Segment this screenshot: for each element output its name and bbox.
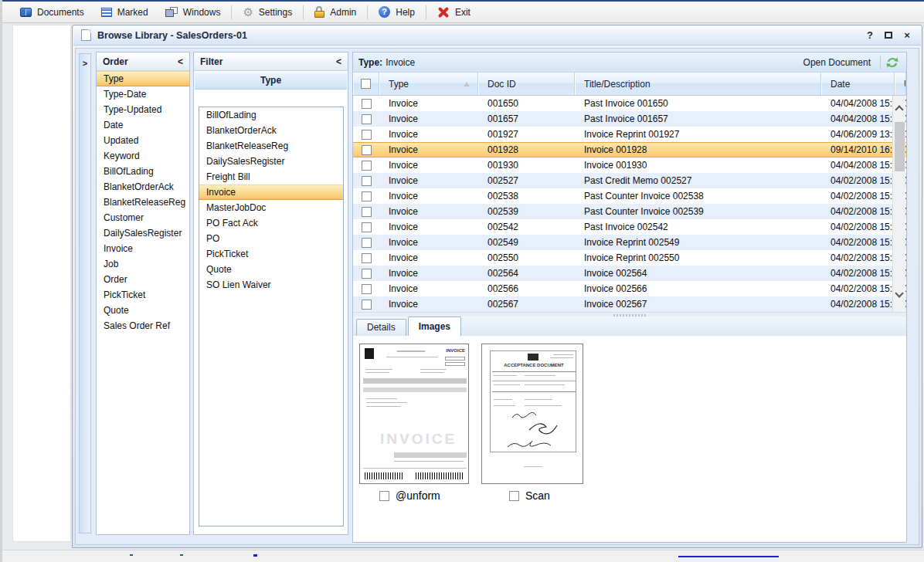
order-item[interactable]: Sales Order Ref: [97, 318, 189, 333]
documents-button[interactable]: Documents: [12, 5, 93, 20]
table-row[interactable]: Invoice 001650 Past Invoice 001650 04/04…: [353, 96, 906, 111]
row-checkbox[interactable]: [362, 269, 372, 279]
table-row[interactable]: Invoice 002550 Invoice Reprint 002550 04…: [353, 250, 906, 266]
open-document-button[interactable]: Open Document: [797, 56, 877, 69]
row-checkbox[interactable]: [362, 222, 372, 232]
cell-title: Invoice 001928: [575, 144, 821, 155]
collapse-chevron-icon[interactable]: <: [178, 56, 183, 67]
invoice-watermark: INVOICE: [380, 431, 457, 448]
row-checkbox[interactable]: [362, 300, 372, 310]
filter-item[interactable]: Quote: [199, 262, 343, 277]
tab-details[interactable]: Details: [356, 319, 406, 336]
row-checkbox[interactable]: [362, 253, 372, 263]
invoice-thumbnail[interactable]: INVOICE INVOICE: [359, 344, 469, 484]
vertical-scrollbar[interactable]: [892, 96, 905, 312]
column-header-type[interactable]: Type: [379, 73, 478, 95]
row-checkbox[interactable]: [362, 238, 372, 248]
select-all-checkbox[interactable]: [361, 79, 371, 89]
column-header-updated[interactable]: Updated: [895, 73, 906, 95]
row-checkbox[interactable]: [362, 114, 372, 124]
row-checkbox[interactable]: [362, 207, 372, 217]
table-row[interactable]: Invoice 002538 Past Counter Invoice 0025…: [353, 188, 906, 204]
order-item[interactable]: Date: [97, 117, 189, 133]
row-checkbox[interactable]: [362, 176, 372, 186]
settings-button[interactable]: ⚙ Settings: [234, 4, 301, 20]
column-header-date[interactable]: Date: [821, 73, 895, 95]
order-item[interactable]: Type: [97, 71, 189, 86]
table-row[interactable]: Invoice 002566 Invoice 002566 04/02/2008…: [353, 281, 906, 296]
scroll-down-icon[interactable]: [895, 289, 903, 297]
table-row[interactable]: Invoice 002549 Invoice Reprint 002549 04…: [353, 235, 906, 250]
window-maximize-button[interactable]: [882, 29, 895, 41]
marked-label: Marked: [117, 7, 148, 18]
row-checkbox[interactable]: [362, 191, 372, 201]
filter-item[interactable]: Invoice: [199, 185, 343, 200]
row-checkbox[interactable]: [362, 284, 372, 294]
unform-checkbox[interactable]: [379, 491, 389, 501]
scan-thumbnail[interactable]: ACCEPTANCE DOCUMENT: [481, 344, 583, 484]
row-checkbox[interactable]: [362, 145, 372, 155]
scroll-up-icon[interactable]: [895, 105, 903, 113]
filter-item[interactable]: BlanketReleaseReg: [199, 138, 343, 154]
window-titlebar[interactable]: Browse Library - SalesOrders-01 ? ×: [73, 25, 921, 46]
filter-tab-type[interactable]: Type: [195, 73, 347, 90]
scan-checkbox[interactable]: [509, 491, 519, 501]
order-item[interactable]: Quote: [97, 303, 189, 318]
cell-type: Invoice: [379, 268, 478, 279]
column-header-title[interactable]: Title/Description: [575, 73, 821, 95]
table-row[interactable]: Invoice 001657 Past Invoice 001657 04/04…: [353, 111, 906, 127]
table-row[interactable]: Invoice 002527 Past Credit Memo 002527 0…: [353, 173, 906, 188]
row-checkbox[interactable]: [362, 99, 372, 109]
row-checkbox[interactable]: [362, 130, 372, 140]
cell-date: 04/04/2008 15:4: [821, 113, 895, 124]
filter-item[interactable]: Freight Bill: [199, 169, 343, 185]
filter-item[interactable]: PickTicket: [199, 246, 343, 262]
order-item[interactable]: BillOfLading: [97, 164, 189, 179]
help-icon: ?: [379, 6, 390, 18]
order-item[interactable]: Invoice: [97, 241, 189, 256]
table-row[interactable]: Invoice 001928 Invoice 001928 09/14/2010…: [353, 142, 906, 157]
collapsed-panel-strip[interactable]: >: [79, 53, 91, 533]
order-item[interactable]: BlanketReleaseReg: [97, 195, 189, 210]
window-close-button[interactable]: ×: [901, 29, 913, 41]
column-header-doc-id[interactable]: Doc ID: [478, 73, 575, 95]
admin-button[interactable]: Admin: [306, 4, 365, 20]
filter-item[interactable]: DailySalesRegister: [199, 154, 343, 169]
filter-item[interactable]: MasterJobDoc: [199, 200, 343, 215]
help-button[interactable]: ? Help: [370, 4, 423, 20]
horizontal-splitter[interactable]: [353, 312, 906, 317]
tab-images[interactable]: Images: [408, 317, 461, 336]
order-item[interactable]: Type-Date: [97, 86, 189, 102]
filter-item[interactable]: BillOfLading: [199, 107, 343, 123]
filter-item[interactable]: PO: [199, 231, 343, 246]
filter-item[interactable]: BlanketOrderAck: [199, 123, 343, 138]
window-help-button[interactable]: ?: [864, 29, 876, 41]
refresh-button[interactable]: [884, 55, 901, 70]
table-row[interactable]: Invoice 001930 Invoice 001930 04/04/2008…: [353, 157, 906, 173]
order-item[interactable]: Customer: [97, 210, 189, 225]
order-item[interactable]: PickTicket: [97, 287, 189, 303]
order-item[interactable]: Order: [97, 272, 189, 287]
scrollbar-thumb[interactable]: [895, 122, 905, 171]
exit-button[interactable]: Exit: [429, 4, 479, 21]
order-item[interactable]: BlanketOrderAck: [97, 179, 189, 195]
row-checkbox[interactable]: [362, 161, 372, 171]
filter-item[interactable]: SO Lien Waiver: [199, 277, 343, 293]
cell-doc-id: 001928: [478, 144, 575, 155]
table-row[interactable]: Invoice 001927 Invoice Reprint 001927 04…: [353, 127, 906, 142]
collapse-chevron-icon[interactable]: <: [336, 56, 341, 67]
order-item[interactable]: Updated: [97, 133, 189, 148]
order-item[interactable]: Job: [97, 256, 189, 272]
order-item[interactable]: DailySalesRegister: [97, 225, 189, 241]
table-row[interactable]: Invoice 002539 Past Counter Invoice 0025…: [353, 204, 906, 219]
order-item[interactable]: Type-Updated: [97, 102, 189, 117]
table-row[interactable]: Invoice 002564 Invoice 002564 04/02/2008…: [353, 266, 906, 281]
order-item[interactable]: Keyword: [97, 148, 189, 164]
filter-item[interactable]: PO Fact Ack: [199, 215, 343, 231]
cell-type: Invoice: [379, 237, 478, 248]
windows-button[interactable]: Windows: [157, 5, 229, 20]
marked-button[interactable]: Marked: [93, 5, 157, 20]
table-row[interactable]: Invoice 002567 Invoice 002567 04/02/2008…: [353, 296, 906, 312]
cell-type: Invoice: [379, 206, 478, 217]
table-row[interactable]: Invoice 002542 Past Invoice 002542 04/02…: [353, 219, 906, 235]
